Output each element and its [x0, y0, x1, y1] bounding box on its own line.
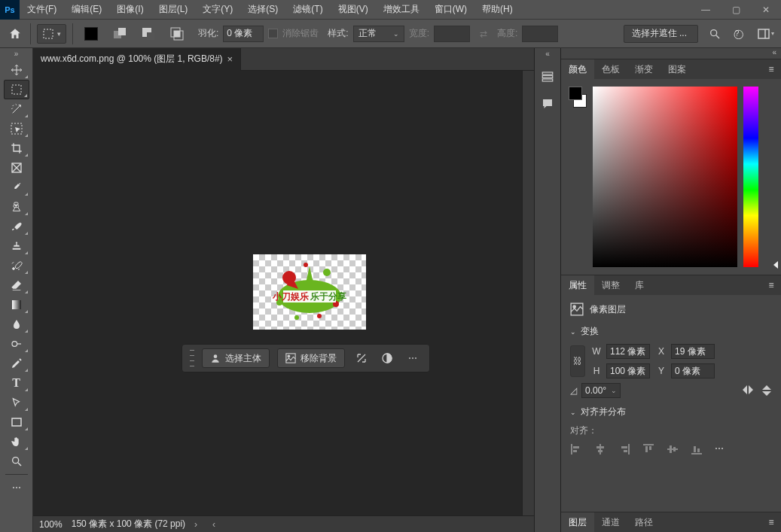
brush-tool[interactable] — [4, 217, 29, 236]
minimize-button[interactable]: — — [691, 0, 721, 20]
drag-handle-icon[interactable] — [190, 350, 194, 366]
vertical-scrollbar[interactable] — [522, 71, 534, 515]
rectangle-tool[interactable] — [4, 412, 29, 432]
align-bottom-icon[interactable] — [691, 443, 703, 455]
zoom-tool[interactable] — [4, 451, 29, 471]
selection-subtract-button[interactable] — [136, 24, 160, 44]
y-input[interactable] — [671, 363, 715, 378]
align-hcenter-icon[interactable] — [594, 443, 606, 455]
tab-channels[interactable]: 通道 — [594, 512, 627, 532]
menu-image[interactable]: 图像(I) — [109, 0, 151, 19]
comment-panel-icon[interactable] — [537, 93, 558, 114]
link-wh-icon[interactable]: ⛓ — [570, 345, 585, 377]
hue-slider[interactable] — [743, 87, 758, 267]
history-brush-tool[interactable] — [4, 256, 29, 275]
color-field[interactable] — [593, 87, 737, 267]
fg-swatch[interactable] — [569, 87, 582, 100]
panel-menu-icon[interactable]: ≡ — [761, 64, 781, 74]
tools-expand-icon[interactable]: » — [0, 50, 32, 60]
height-input[interactable] — [606, 363, 650, 378]
panel-menu-icon[interactable]: ≡ — [761, 517, 781, 527]
flip-vertical-icon[interactable] — [761, 385, 772, 397]
menu-layer[interactable]: 图层(L) — [151, 0, 196, 19]
marquee-shape-button[interactable]: ▾ — [37, 24, 66, 44]
menu-edit[interactable]: 编辑(E) — [64, 0, 109, 19]
healing-brush-tool[interactable] — [4, 197, 29, 217]
style-select[interactable]: 正常⌄ — [353, 26, 404, 42]
transform-section-toggle[interactable]: ⌄变换 — [570, 325, 772, 338]
width-input[interactable] — [606, 344, 650, 359]
tab-layers[interactable]: 图层 — [561, 512, 594, 532]
align-vcenter-icon[interactable] — [667, 443, 679, 455]
align-top-icon[interactable] — [642, 443, 654, 455]
search-icon[interactable] — [706, 25, 724, 43]
gradient-tool[interactable] — [4, 295, 29, 315]
menu-filter[interactable]: 滤镜(T) — [285, 0, 330, 19]
align-right-icon[interactable] — [618, 443, 630, 455]
clone-stamp-tool[interactable] — [4, 236, 29, 256]
remove-background-button[interactable]: 移除背景 — [277, 348, 345, 368]
close-button[interactable]: ✕ — [751, 0, 781, 20]
tab-color[interactable]: 颜色 — [561, 59, 594, 79]
dock-collapse-icon[interactable]: « — [535, 50, 560, 60]
magic-wand-tool[interactable] — [4, 99, 29, 119]
menu-view[interactable]: 视图(V) — [331, 0, 376, 19]
blur-tool[interactable] — [4, 315, 29, 334]
more-tools[interactable]: ⋯ — [4, 478, 29, 497]
marquee-tool[interactable] — [4, 80, 29, 99]
doc-info[interactable]: 150 像素 x 100 像素 (72 ppi) — [72, 518, 185, 530]
maximize-button[interactable]: ▢ — [721, 0, 751, 20]
document-tab[interactable]: www.x6d.com.png @ 100% (图层 1, RGB/8#) × — [33, 48, 241, 71]
canvas[interactable]: 小刀娱乐 乐于分享 — [253, 254, 366, 330]
tab-patterns[interactable]: 图案 — [660, 59, 694, 79]
zoom-level[interactable]: 100% — [39, 519, 63, 530]
menu-select[interactable]: 选择(S) — [240, 0, 285, 19]
workspace-icon[interactable]: ▾ — [757, 25, 775, 43]
panel-menu-icon[interactable]: ≡ — [761, 280, 781, 290]
tab-properties[interactable]: 属性 — [561, 275, 594, 295]
flip-horizontal-icon[interactable] — [742, 385, 754, 397]
pen-tool[interactable] — [4, 354, 29, 373]
canvas-viewport[interactable]: 小刀娱乐 乐于分享 选择主体 移除背景 ⋯ — [33, 71, 534, 515]
tab-gradients[interactable]: 渐变 — [627, 59, 660, 79]
eyedropper-tool[interactable] — [4, 178, 29, 197]
object-select-tool[interactable] — [4, 119, 29, 138]
home-icon[interactable] — [6, 25, 24, 43]
adjustment-icon[interactable] — [378, 352, 396, 364]
tab-libraries[interactable]: 库 — [627, 275, 651, 295]
move-tool[interactable] — [4, 60, 29, 80]
align-more-icon[interactable]: ⋯ — [715, 443, 724, 455]
crop-tool[interactable] — [4, 138, 29, 158]
eraser-tool[interactable] — [4, 275, 29, 295]
more-icon[interactable]: ⋯ — [404, 353, 422, 363]
align-left-icon[interactable] — [570, 443, 582, 455]
menu-file[interactable]: 文件(F) — [20, 0, 64, 19]
help-icon[interactable]: ◯? — [731, 25, 749, 43]
dodge-tool[interactable] — [4, 334, 29, 354]
tab-adjustments[interactable]: 调整 — [594, 275, 627, 295]
chevron-left-icon[interactable]: ‹ — [212, 519, 215, 530]
menu-help[interactable]: 帮助(H) — [474, 0, 520, 19]
menu-type[interactable]: 文字(Y) — [195, 0, 240, 19]
history-panel-icon[interactable] — [537, 66, 558, 87]
close-tab-icon[interactable]: × — [227, 53, 233, 65]
align-section-toggle[interactable]: ⌄对齐并分布 — [570, 406, 772, 418]
x-input[interactable] — [671, 344, 715, 359]
selection-add-button[interactable] — [108, 24, 132, 44]
select-and-mask-button[interactable]: 选择并遮住 ... — [624, 25, 698, 43]
doc-info-caret-icon[interactable]: › — [194, 519, 197, 530]
panels-collapse-icon[interactable]: « — [561, 48, 781, 59]
angle-input[interactable]: 0.00°⌄ — [581, 383, 621, 398]
tab-paths[interactable]: 路径 — [627, 512, 660, 532]
hand-tool[interactable] — [4, 432, 29, 451]
selection-new-button[interactable] — [79, 24, 103, 44]
menu-window[interactable]: 窗口(W) — [427, 0, 474, 19]
frame-tool[interactable] — [4, 158, 29, 178]
type-tool[interactable]: T — [4, 373, 29, 393]
fg-bg-swatches[interactable] — [569, 87, 587, 108]
feather-input[interactable] — [223, 26, 264, 42]
tab-swatches[interactable]: 色板 — [594, 59, 627, 79]
path-select-tool[interactable] — [4, 393, 29, 412]
contextual-task-bar[interactable]: 选择主体 移除背景 ⋯ — [182, 344, 430, 372]
select-subject-button[interactable]: 选择主体 — [202, 348, 270, 368]
